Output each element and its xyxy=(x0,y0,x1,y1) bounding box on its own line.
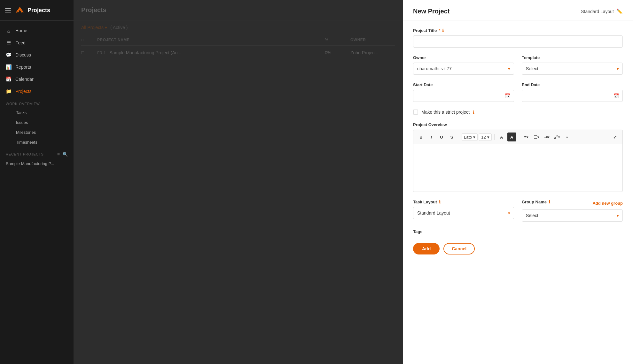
underline-button[interactable]: U xyxy=(437,133,446,141)
recent-projects-label: RECENT PROJECTS xyxy=(6,152,44,156)
project-title-info-icon[interactable]: ℹ xyxy=(442,28,444,33)
strict-project-row: Make this a strict project ℹ xyxy=(413,110,623,115)
sidebar-item-reports[interactable]: 📊 Reports xyxy=(0,61,74,73)
start-date-input[interactable] xyxy=(413,90,514,102)
strict-project-label: Make this a strict project xyxy=(421,110,470,115)
sidebar-item-calendar[interactable]: 📅 Calendar xyxy=(0,73,74,85)
font-name-arrow-icon: ▾ xyxy=(473,135,475,140)
end-date-calendar-icon[interactable]: 📅 xyxy=(613,93,619,98)
layout-label: Standard Layout xyxy=(581,9,614,14)
sidebar: Projects ⌂ Home ☰ Feed 💬 Discuss 📊 Repor… xyxy=(0,0,74,364)
start-date-col: Start Date 📅 xyxy=(413,82,514,102)
sidebar-item-discuss[interactable]: 💬 Discuss xyxy=(0,49,74,61)
sidebar-item-issues[interactable]: Issues xyxy=(0,118,74,127)
bold-button[interactable]: B xyxy=(417,133,426,141)
project-title-input[interactable] xyxy=(413,35,623,48)
panel-body: Project Title * ℹ Owner charumathi.s+t77… xyxy=(403,20,633,364)
calendar-icon: 📅 xyxy=(6,76,12,82)
sidebar-item-label: Projects xyxy=(15,89,32,94)
dates-row: Start Date 📅 End Date 📅 xyxy=(413,82,623,102)
task-layout-group-row: Task Layout ℹ Standard Layout ▾ Group Na… xyxy=(413,200,623,222)
project-title-label: Project Title * ℹ xyxy=(413,28,623,33)
sidebar-item-timesheets[interactable]: Timesheets xyxy=(0,137,74,147)
cancel-button[interactable]: Cancel xyxy=(443,243,475,254)
project-overview-editor[interactable] xyxy=(413,144,623,192)
end-date-input[interactable] xyxy=(522,90,623,102)
start-date-calendar-icon[interactable]: 📅 xyxy=(505,93,510,98)
edit-layout-icon[interactable]: ✏️ xyxy=(616,8,623,14)
start-date-label: Start Date xyxy=(413,82,514,87)
app-title: Projects xyxy=(27,7,50,14)
sidebar-item-home[interactable]: ⌂ Home xyxy=(0,25,74,37)
owner-select[interactable]: charumathi.s+t77 xyxy=(413,63,514,75)
group-name-select-wrapper: Select ▾ xyxy=(522,209,623,222)
required-indicator: * xyxy=(439,28,440,33)
main-content: Projects All Projects ▾ ( Active ) □ PRO… xyxy=(74,0,403,364)
action-row: Add Cancel xyxy=(413,243,623,254)
list-button[interactable]: ☰▾ xyxy=(532,133,541,141)
task-layout-info-icon[interactable]: ℹ xyxy=(439,200,441,204)
template-select-wrapper: Select ▾ xyxy=(522,63,623,75)
search-icon[interactable]: 🔍 xyxy=(62,152,68,157)
owner-select-wrapper: charumathi.s+t77 ▾ xyxy=(413,63,514,75)
sidebar-item-feed[interactable]: ☰ Feed xyxy=(0,37,74,49)
panel-layout-info: Standard Layout ✏️ xyxy=(581,8,623,14)
sidebar-item-milestones[interactable]: Milestones xyxy=(0,127,74,137)
recent-icons-group: ≡ 🔍 xyxy=(57,152,68,157)
font-size-select[interactable]: 12 ▾ xyxy=(479,133,491,141)
project-title-section: Project Title * ℹ xyxy=(413,28,623,48)
project-overview-section: Project Overview B I U S Lato ▾ 12 ▾ A A xyxy=(413,122,623,192)
strict-project-info-icon[interactable]: ℹ xyxy=(473,110,474,115)
panel-title: New Project xyxy=(413,8,449,15)
task-layout-label: Task Layout ℹ xyxy=(413,200,514,204)
font-name-select[interactable]: Lato ▾ xyxy=(462,133,478,141)
list-icon[interactable]: ≡ xyxy=(57,152,60,157)
more-options-button[interactable]: » xyxy=(563,133,572,141)
italic-button[interactable]: I xyxy=(427,133,436,141)
editor-toolbar: B I U S Lato ▾ 12 ▾ A A ≡▾ xyxy=(413,130,623,144)
group-name-col: Group Name ℹ Add new group Select ▾ xyxy=(522,200,623,222)
sidebar-item-projects[interactable]: 📁 Projects xyxy=(0,85,74,97)
discuss-icon: 💬 xyxy=(6,52,12,58)
superscript-button[interactable]: x2▾ xyxy=(552,133,561,141)
overlay xyxy=(74,0,403,364)
align-button[interactable]: ≡▾ xyxy=(522,133,531,141)
work-overview-section-label: WORK OVERVIEW xyxy=(0,97,74,108)
sidebar-item-label: Discuss xyxy=(15,52,31,57)
recent-projects-section: RECENT PROJECTS ≡ 🔍 xyxy=(0,147,74,159)
end-date-wrapper: 📅 xyxy=(522,90,623,102)
strikethrough-button[interactable]: S xyxy=(447,133,456,141)
sidebar-item-tasks[interactable]: Tasks xyxy=(0,108,74,118)
toolbar-separator-1 xyxy=(459,134,459,140)
start-date-wrapper: 📅 xyxy=(413,90,514,102)
group-name-info-icon[interactable]: ℹ xyxy=(549,200,550,204)
hamburger-menu[interactable] xyxy=(5,8,11,12)
sidebar-item-label: Calendar xyxy=(15,77,34,82)
add-new-group-link[interactable]: Add new group xyxy=(592,201,623,206)
tags-label: Tags xyxy=(413,229,623,234)
indent-button[interactable]: ⇥▾ xyxy=(542,133,551,141)
task-layout-select[interactable]: Standard Layout xyxy=(413,207,514,219)
app-logo xyxy=(15,6,24,15)
template-label: Template xyxy=(522,55,623,60)
task-layout-select-wrapper: Standard Layout ▾ xyxy=(413,207,514,219)
font-size-arrow-icon: ▾ xyxy=(487,135,489,140)
template-select[interactable]: Select xyxy=(522,63,623,75)
font-color-button[interactable]: A xyxy=(497,133,506,141)
align-icon: ≡ xyxy=(524,135,527,140)
recent-project-item[interactable]: Sample Manufacturing P... xyxy=(0,159,74,169)
sidebar-header: Projects xyxy=(0,0,74,21)
add-button[interactable]: Add xyxy=(413,243,440,254)
expand-editor-button[interactable]: ⤢ xyxy=(610,133,619,141)
owner-col: Owner charumathi.s+t77 ▾ xyxy=(413,55,514,75)
feed-icon: ☰ xyxy=(6,40,12,46)
sidebar-item-label: Reports xyxy=(15,64,31,70)
end-date-label: End Date xyxy=(522,82,623,87)
strict-project-checkbox[interactable] xyxy=(413,110,418,115)
font-highlight-button[interactable]: A xyxy=(507,133,516,141)
superscript-icon: x2 xyxy=(554,134,558,140)
list-icon: ☰ xyxy=(534,135,537,140)
end-date-col: End Date 📅 xyxy=(522,82,623,102)
group-name-select[interactable]: Select xyxy=(522,209,623,222)
tags-section: Tags xyxy=(413,229,623,234)
